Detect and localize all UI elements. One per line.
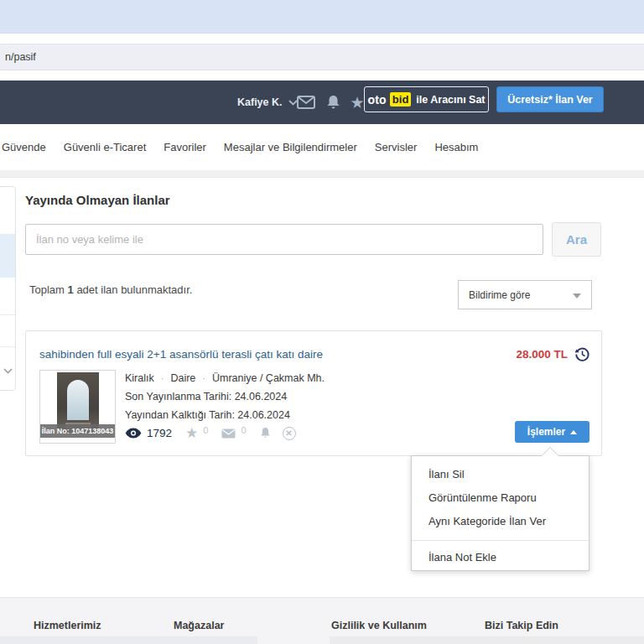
search-input[interactable] [25, 224, 543, 255]
dot-separator: · [202, 373, 205, 383]
otobid-bid-label: bid [390, 92, 412, 106]
sort-chevron-down-icon [573, 293, 581, 299]
messages-envelope-icon-gray [221, 428, 236, 439]
price-row: 28.000 TL [516, 346, 590, 362]
menu-item-view-report[interactable]: Görüntülenme Raporu [412, 486, 589, 510]
footer-bottom-band [0, 636, 257, 644]
sidebar-divider [0, 314, 15, 315]
footer-col-hizmetlerimiz[interactable]: Hizmetlerimiz [34, 620, 101, 631]
views-count: 1792 [147, 427, 172, 439]
sort-dropdown-value: Bildirime göre [469, 289, 530, 301]
deactivate-x-icon[interactable]: ✕ [283, 427, 296, 440]
sort-dropdown[interactable]: Bildirime göre [458, 280, 592, 309]
nav-item-hesabim[interactable]: Hesabım [434, 141, 478, 153]
messages-count: 0 [241, 425, 246, 435]
menu-item-delete-listing[interactable]: İlanı Sil [412, 463, 589, 486]
post-free-ad-label: Ücretsiz* İlan Ver [507, 94, 592, 106]
sidebar-chevron-down-icon[interactable] [3, 368, 13, 374]
favorites-count: 0 [203, 425, 208, 435]
result-count-number: 1 [68, 283, 74, 296]
browser-url-bar[interactable]: n/pasif [0, 44, 644, 70]
price-history-icon[interactable] [574, 346, 590, 362]
footer: Hizmetlerimiz Mağazalar Gizlilik ve Kull… [0, 597, 644, 644]
sidebar-panel [0, 186, 16, 391]
result-count-text: Toplam 1 adet ilan bulunmaktadır. [29, 283, 192, 296]
nav-divider-band [0, 170, 644, 178]
search-button[interactable]: Ara [552, 222, 601, 257]
notifications-bell-icon[interactable] [324, 80, 342, 124]
user-name: Kafiye K. [237, 96, 283, 108]
nav-item-favoriler[interactable]: Favoriler [164, 141, 206, 153]
nav-item-servisler[interactable]: Servisler [375, 141, 418, 153]
listing-thumbnail[interactable]: İlan No: 1047138043 [39, 370, 116, 444]
footer-col-bizi-takip-edin[interactable]: Bizi Takip Edin [485, 620, 558, 631]
listing-category: Kiralık [125, 372, 154, 384]
nav-item-mesajlar[interactable]: Mesajlar ve Bilgilendirmeler [224, 141, 357, 153]
caret-up-icon [570, 430, 577, 434]
listing-meta-row: Kiralık · Daire · Ümraniye / Çakmak Mh. [125, 372, 325, 384]
footer-col-magazalar[interactable]: Mağazalar [174, 620, 224, 631]
nav-item-guvende[interactable]: Güvende [2, 141, 46, 153]
menu-item-post-same-category[interactable]: Aynı Kategoride İlan Ver [412, 510, 589, 533]
menu-item-add-note[interactable]: İlana Not Ekle [412, 546, 589, 569]
dot-separator: · [161, 373, 164, 383]
messages-icon[interactable] [295, 80, 317, 124]
post-free-ad-button[interactable]: Ücretsiz* İlan Ver [496, 86, 604, 112]
url-text: n/pasif [5, 51, 36, 63]
user-menu[interactable]: Kafiye K. [237, 80, 298, 124]
listing-title-link[interactable]: sahibinden full esyali 2+1 asansörlü ter… [39, 348, 323, 361]
listing-removed-date: Yayından Kalktığı Tarih: 24.06.2024 [125, 409, 290, 421]
listing-property-type: Daire [170, 372, 195, 384]
listing-price: 28.000 TL [516, 348, 568, 361]
footer-bottom-band [330, 636, 644, 644]
actions-button[interactable]: İşlemler [515, 421, 589, 443]
sidebar-selected-item[interactable] [0, 234, 15, 278]
footer-col-gizlilik[interactable]: Gizlilik ve Kullanım [331, 620, 427, 631]
nav-item-guvenli-eticaret[interactable]: Güvenli e-Ticaret [64, 141, 147, 153]
listing-id-badge: İlan No: 1047138043 [40, 424, 115, 438]
search-button-label: Ara [566, 232, 587, 247]
actions-dropdown-menu: İlanı Sil Görüntülenme Raporu Aynı Kateg… [411, 455, 589, 571]
page: n/pasif Kafiye K. ★ oto bid ile Aracını … [0, 0, 644, 644]
site-header: Kafiye K. ★ oto bid ile Aracını Sat Ücre… [0, 80, 644, 124]
otobid-rest-label: ile Aracını Sat [416, 94, 485, 106]
main-nav: Güvende Güvenli e-Ticaret Favoriler Mesa… [0, 124, 644, 170]
otobid-sell-car-button[interactable]: oto bid ile Aracını Sat [364, 86, 489, 112]
browser-top-band [0, 0, 644, 34]
listing-card: sahibinden full esyali 2+1 asansörlü ter… [25, 330, 602, 456]
page-title: Yayında Olmayan İlanlar [25, 193, 170, 207]
sidebar-divider [0, 346, 15, 347]
listing-last-published: Son Yayınlanma Tarihi: 24.06.2024 [125, 391, 287, 402]
favorites-star-icon-gray: ★ [185, 426, 198, 440]
alert-bell-icon-gray [260, 427, 271, 439]
menu-divider [412, 540, 589, 541]
actions-button-label: İşlemler [527, 426, 565, 438]
listing-stats-row: 1792 ★ 0 0 ✕ [125, 426, 296, 440]
listing-location: Ümraniye / Çakmak Mh. [212, 372, 325, 384]
views-eye-icon [125, 428, 142, 439]
otobid-oto-label: oto [367, 93, 386, 106]
